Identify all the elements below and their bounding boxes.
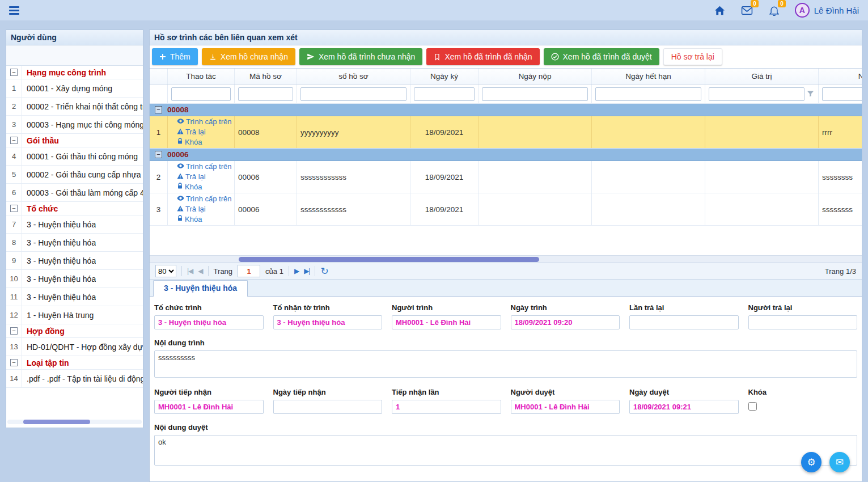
noi-dung-trinh-textarea[interactable]: ssssssssss xyxy=(154,350,857,378)
sidebar-row[interactable]: 600003 - Gói thầu làm móng cấp 4 xyxy=(6,184,143,202)
page-input[interactable] xyxy=(238,265,260,277)
sidebar-hscrollbar[interactable] xyxy=(7,420,142,424)
scrollbar-thumb[interactable] xyxy=(239,257,539,262)
action-khoa[interactable]: Khóa xyxy=(177,137,202,147)
field-input[interactable] xyxy=(154,315,264,329)
collapse-icon[interactable]: − xyxy=(10,69,18,76)
collapse-icon[interactable]: − xyxy=(10,137,18,144)
filter-input[interactable] xyxy=(300,87,407,101)
sidebar-row[interactable]: 93 - Huyện thiệu hóa xyxy=(6,252,143,270)
home-icon[interactable] xyxy=(713,3,727,17)
menu-icon[interactable] xyxy=(9,6,19,15)
filter-input[interactable] xyxy=(414,87,475,101)
funnel-icon[interactable] xyxy=(806,90,815,98)
column-header[interactable]: số hồ sơ xyxy=(297,69,410,84)
sidebar-row[interactable]: 113 - Huyện thiệu hóa xyxy=(6,288,143,306)
last-page-button[interactable]: ▶| xyxy=(304,267,310,275)
sidebar-row[interactable]: 200002 - Triển khai nội thất công tr xyxy=(6,98,143,116)
sidebar-group-row[interactable]: −Hạng mục công trình xyxy=(6,66,143,79)
action-trinh-cap-tren[interactable]: Trình cấp trên xyxy=(177,162,231,172)
collapse-icon[interactable]: − xyxy=(155,106,162,113)
sidebar-row[interactable]: 73 - Huyện thiệu hóa xyxy=(6,215,143,234)
collapse-icon[interactable]: − xyxy=(10,205,18,212)
sidebar-row[interactable]: 300003 - Hạng mục thi công móng xyxy=(6,116,143,134)
column-header[interactable]: N xyxy=(819,69,862,84)
prev-page-button[interactable]: ◀ xyxy=(198,267,202,275)
field-input[interactable] xyxy=(273,400,383,414)
noi-dung-trinh-label: Nội dung trình xyxy=(154,339,857,347)
sidebar-row-label: HD-01/QDHT - Hợp đồng xây dựn xyxy=(22,343,143,352)
group-row[interactable]: −00008 xyxy=(150,104,862,116)
action-khoa[interactable]: Khóa xyxy=(177,182,202,192)
field-input[interactable] xyxy=(273,315,383,329)
view-submitted-approved-button[interactable]: Xem hồ đã trình đã duyệt xyxy=(544,48,659,65)
view-submitted-unreceived-button[interactable]: Xem hồ đã trình chưa nhận xyxy=(299,48,422,65)
returned-files-button[interactable]: Hồ sơ trả lại xyxy=(663,48,722,65)
sidebar-group-row[interactable]: −Gói thầu xyxy=(6,134,143,147)
filter-input[interactable] xyxy=(822,87,862,101)
sidebar-row[interactable]: 100001 - Xây dựng móng xyxy=(6,79,143,98)
sidebar-row[interactable]: 400001 - Gói thầu thi công móng xyxy=(6,147,143,166)
table-row[interactable]: 3Trình cấp trênTrả lạiKhóa00006sssssssss… xyxy=(150,193,862,226)
field-input[interactable] xyxy=(511,400,620,414)
filter-input[interactable] xyxy=(238,87,293,101)
detail-tab[interactable]: 3 - Huyện thiệu hóa xyxy=(153,280,248,297)
field-input[interactable] xyxy=(629,315,739,329)
collapse-icon[interactable]: − xyxy=(10,327,18,335)
bell-icon[interactable]: 0 xyxy=(768,3,781,17)
noi-dung-duyet-textarea[interactable]: ok xyxy=(154,435,857,466)
sidebar-group-row[interactable]: −Loại tập tin xyxy=(6,356,143,370)
user-menu[interactable]: A Lê Đình Hải xyxy=(795,3,859,18)
view-unreceived-button[interactable]: Xem hồ chưa nhận xyxy=(202,48,295,65)
settings-fab[interactable]: ⚙ xyxy=(801,452,822,472)
table-row[interactable]: 1Trình cấp trênTrả lạiKhóa00008yyyyyyyyy… xyxy=(150,116,862,149)
action-trinh-cap-tren[interactable]: Trình cấp trên xyxy=(177,117,231,127)
field-input[interactable] xyxy=(629,400,739,414)
refresh-icon[interactable]: ↻ xyxy=(320,267,328,276)
filter-input[interactable] xyxy=(709,87,805,101)
avatar[interactable]: A xyxy=(795,3,810,18)
grid-hscrollbar[interactable] xyxy=(150,255,862,263)
column-header[interactable]: Ngày ký xyxy=(410,69,479,84)
view-submitted-received-button[interactable]: Xem hồ đã trình đã nhận xyxy=(426,48,539,65)
field-input[interactable] xyxy=(511,315,620,329)
filter-input[interactable] xyxy=(482,87,588,101)
filter-input[interactable] xyxy=(171,87,231,101)
column-header[interactable]: Ngày hết hạn xyxy=(592,69,705,84)
sidebar-row[interactable]: 14.pdf - .pdf - Tập tin tài liệu di động xyxy=(6,370,143,388)
sidebar-row[interactable]: 121 - Huyện Hà trung xyxy=(6,306,143,324)
action-tra-lai[interactable]: Trả lại xyxy=(177,127,206,137)
action-tra-lai[interactable]: Trả lại xyxy=(177,172,206,182)
column-header[interactable]: Mã hồ sơ xyxy=(235,69,297,84)
group-row[interactable]: −00006 xyxy=(150,149,862,161)
khoa-checkbox[interactable] xyxy=(748,402,757,411)
sidebar-group-row[interactable]: −Hợp đồng xyxy=(6,324,143,338)
table-row[interactable]: 2Trình cấp trênTrả lạiKhóa00006sssssssss… xyxy=(150,161,862,193)
column-header[interactable]: Ngày nộp xyxy=(479,69,592,84)
field-input[interactable] xyxy=(748,315,858,329)
sidebar-row[interactable]: 500002 - Gói thầu cung cấp nhựa g xyxy=(6,166,143,184)
column-header[interactable]: Giá trị xyxy=(705,69,819,84)
collapse-icon[interactable]: − xyxy=(10,359,18,366)
message-fab[interactable]: ✉ xyxy=(829,452,850,472)
first-page-button[interactable]: |◀ xyxy=(187,267,193,275)
field-input[interactable] xyxy=(392,315,501,329)
action-tra-lai[interactable]: Trả lại xyxy=(177,204,206,214)
column-header[interactable]: Thao tác xyxy=(168,69,235,84)
add-button[interactable]: Thêm xyxy=(152,48,198,65)
action-khoa[interactable]: Khóa xyxy=(177,214,202,225)
sidebar-group-row[interactable]: −Tổ chức xyxy=(6,202,143,215)
field-input[interactable] xyxy=(392,400,501,414)
scrollbar-thumb[interactable] xyxy=(23,420,90,424)
field-input[interactable] xyxy=(154,400,264,414)
page-size-select[interactable]: 80 xyxy=(155,265,176,277)
sidebar-row[interactable]: 103 - Huyện thiệu hóa xyxy=(6,270,143,288)
sidebar-row[interactable]: 83 - Huyện thiệu hóa xyxy=(6,234,143,252)
row-number: 7 xyxy=(6,215,22,233)
action-trinh-cap-tren[interactable]: Trình cấp trên xyxy=(177,194,231,204)
next-page-button[interactable]: ▶ xyxy=(294,267,299,275)
collapse-icon[interactable]: − xyxy=(155,151,162,158)
sidebar-row[interactable]: 13HD-01/QDHT - Hợp đồng xây dựn xyxy=(6,338,143,356)
mail-icon[interactable]: 0 xyxy=(740,3,754,17)
filter-input[interactable] xyxy=(595,87,701,101)
